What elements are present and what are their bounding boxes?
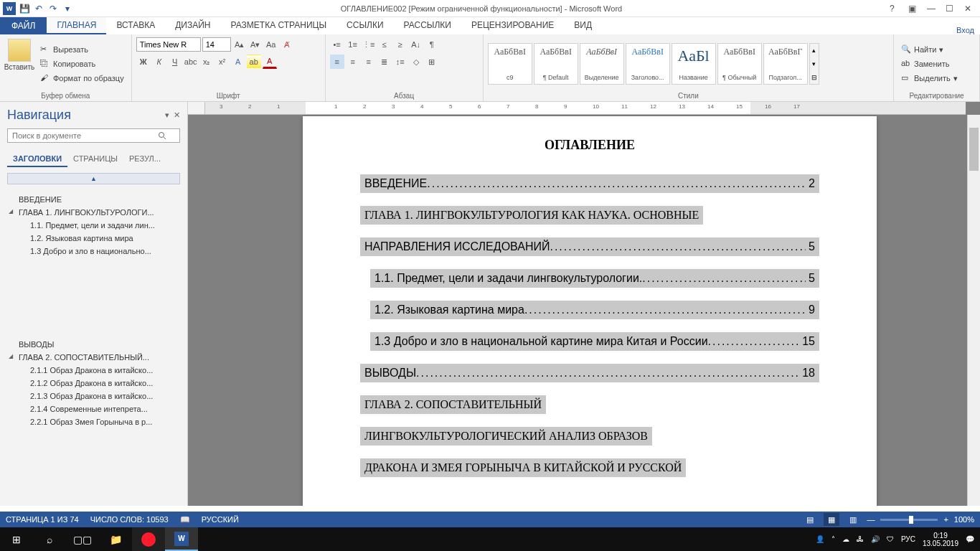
superscript-icon[interactable]: x² <box>215 55 230 69</box>
qat-customize-icon[interactable]: ▾ <box>62 3 73 14</box>
underline-icon[interactable]: Ч <box>168 55 182 69</box>
tray-onedrive-icon[interactable]: ☁ <box>842 535 849 543</box>
line-spacing-icon[interactable]: ↕≡ <box>393 55 407 69</box>
maximize-icon[interactable]: ☐ <box>946 4 956 14</box>
tab-layout[interactable]: РАЗМЕТКА СТРАНИЦЫ <box>221 17 337 34</box>
copy-button[interactable]: ⿻Копировать <box>37 57 127 70</box>
text-effects-icon[interactable]: A <box>231 55 245 69</box>
cut-button[interactable]: ✂Вырезать <box>37 43 127 56</box>
nav-heading-item[interactable]: 2.1.3 Образ Дракона в китайско... <box>7 390 180 402</box>
tray-people-icon[interactable]: 👤 <box>816 535 824 543</box>
justify-icon[interactable]: ≣ <box>377 55 392 69</box>
sort-icon[interactable]: A↓ <box>409 37 423 52</box>
status-page[interactable]: СТРАНИЦА 1 ИЗ 74 <box>6 515 79 524</box>
tray-chevron-icon[interactable]: ˄ <box>831 535 835 543</box>
view-web-icon[interactable]: ▥ <box>845 513 861 526</box>
tab-references[interactable]: ССЫЛКИ <box>336 17 393 34</box>
style-item[interactable]: АаБбВвГПодзагол... <box>763 43 808 85</box>
font-color-icon[interactable]: A <box>263 55 277 69</box>
align-left-icon[interactable]: ≡ <box>330 55 344 69</box>
save-icon[interactable]: 💾 <box>19 3 30 14</box>
scrollbar-thumb[interactable] <box>969 128 979 171</box>
style-item[interactable]: АаБlНазвание <box>672 43 716 85</box>
decrease-indent-icon[interactable]: ≤ <box>377 37 392 52</box>
zoom-slider[interactable] <box>880 519 938 521</box>
tray-notifications-icon[interactable]: 💬 <box>966 535 974 543</box>
tray-volume-icon[interactable]: 🔊 <box>871 535 880 543</box>
taskview-button[interactable]: ▢▢ <box>66 527 99 551</box>
align-center-icon[interactable]: ≡ <box>346 55 360 69</box>
nav-heading-item[interactable]: 2.1.4 Современные интепрета... <box>7 402 180 415</box>
align-right-icon[interactable]: ≡ <box>362 55 376 69</box>
tray-clock[interactable]: 0:19 13.05.2019 <box>923 532 958 547</box>
style-item[interactable]: АаБбВвІс9 <box>488 43 532 85</box>
tab-design[interactable]: ДИЗАЙН <box>165 17 220 34</box>
undo-icon[interactable]: ↶ <box>33 3 44 14</box>
nav-tab-pages[interactable]: СТРАНИЦЫ <box>67 151 123 167</box>
style-item[interactable]: АаБбВвІЗаголово... <box>626 43 670 85</box>
style-gallery[interactable]: АаБбВвІс9АаБбВвІ¶ DefaultАаБбВвІВыделени… <box>488 37 819 90</box>
style-item[interactable]: АаБбВвІВыделение <box>580 43 624 85</box>
nav-heading-item[interactable]: ВЫВОДЫ <box>7 338 180 351</box>
borders-icon[interactable]: ⊞ <box>425 55 439 69</box>
change-case-icon[interactable]: Aa <box>264 37 278 52</box>
grow-font-icon[interactable]: A▴ <box>232 37 247 52</box>
style-gallery-more[interactable]: ▴▾⊟ <box>809 43 819 85</box>
vertical-scrollbar[interactable] <box>967 115 980 506</box>
nav-heading-item[interactable]: 1.3 Добро и зло в национально... <box>7 245 180 258</box>
nav-close-icon[interactable]: ✕ <box>174 110 180 120</box>
nav-tab-results[interactable]: РЕЗУЛ... <box>123 151 166 167</box>
subscript-icon[interactable]: x₂ <box>199 55 214 69</box>
bold-icon[interactable]: Ж <box>136 55 151 69</box>
help-icon[interactable]: ? <box>890 4 900 14</box>
shading-icon[interactable]: ◇ <box>409 55 423 69</box>
view-print-icon[interactable]: ▦ <box>824 513 839 526</box>
zoom-out-icon[interactable]: — <box>867 515 875 524</box>
tab-view[interactable]: ВИД <box>564 17 602 34</box>
word-taskbar-button[interactable]: W <box>165 527 198 551</box>
status-language[interactable]: РУССКИЙ <box>202 515 239 524</box>
replace-button[interactable]: abЗаменить <box>898 57 961 70</box>
shrink-font-icon[interactable]: A▾ <box>248 37 263 52</box>
search-button[interactable]: ⌕ <box>33 527 66 551</box>
status-proofing-icon[interactable]: 📖 <box>180 515 190 524</box>
nav-search-input[interactable] <box>7 128 180 143</box>
paste-button[interactable]: Вставить <box>4 37 34 90</box>
nav-heading-item[interactable]: 2.1.1 Образ Дракона в китайско... <box>7 364 180 377</box>
tray-defender-icon[interactable]: 🛡 <box>887 535 894 543</box>
status-words[interactable]: ЧИСЛО СЛОВ: 10593 <box>90 515 169 524</box>
bullets-icon[interactable]: •≡ <box>330 37 344 52</box>
nav-collapse-bar[interactable]: ▲ <box>7 173 180 184</box>
ribbon-display-icon[interactable]: ▣ <box>908 4 918 14</box>
style-item[interactable]: АаБбВвІ¶ Default <box>534 43 578 85</box>
select-button[interactable]: ▭Выделить ▾ <box>898 72 961 85</box>
format-painter-button[interactable]: 🖌Формат по образцу <box>37 72 127 85</box>
nav-heading-item[interactable]: 2.2.1 Образ Змея Горыныча в р... <box>7 415 180 428</box>
strike-icon[interactable]: abc <box>184 55 198 69</box>
view-read-icon[interactable]: ▤ <box>802 513 818 526</box>
tray-language[interactable]: РУС <box>901 535 915 543</box>
tab-mailings[interactable]: РАССЫЛКИ <box>394 17 461 34</box>
multilevel-icon[interactable]: ⋮≡ <box>362 37 376 52</box>
font-name-combo[interactable] <box>136 37 201 52</box>
signin-link[interactable]: Вход <box>956 26 980 34</box>
nav-heading-item[interactable]: 1.2. Языковая картина мира <box>7 232 180 245</box>
tab-review[interactable]: РЕЦЕНЗИРОВАНИЕ <box>461 17 564 34</box>
tab-home[interactable]: ГЛАВНАЯ <box>47 17 106 34</box>
file-tab[interactable]: ФАЙЛ <box>0 17 47 34</box>
tab-insert[interactable]: ВСТАВКА <box>106 17 165 34</box>
numbering-icon[interactable]: 1≡ <box>346 37 360 52</box>
nav-heading-item[interactable]: ВВЕДЕНИЕ <box>7 193 180 206</box>
explorer-button[interactable]: 📁 <box>99 527 132 551</box>
zoom-in-icon[interactable]: + <box>943 515 948 524</box>
zoom-level[interactable]: 100% <box>954 515 974 524</box>
opera-button[interactable] <box>132 527 165 551</box>
nav-heading-item[interactable]: ГЛАВА 2. СОПОСТАВИТЕЛЬНЫЙ... <box>7 351 180 364</box>
nav-heading-item[interactable]: 2.1.2 Образ Дракона в китайско... <box>7 377 180 390</box>
increase-indent-icon[interactable]: ≥ <box>393 37 407 52</box>
tray-network-icon[interactable]: 🖧 <box>857 535 864 543</box>
document-page[interactable]: ОГЛАВЛЕНИЕ ВВЕДЕНИЕ.....................… <box>303 116 877 506</box>
redo-icon[interactable]: ↷ <box>47 3 59 14</box>
style-item[interactable]: АаБбВвІ¶ Обычный <box>717 43 762 85</box>
italic-icon[interactable]: К <box>152 55 166 69</box>
